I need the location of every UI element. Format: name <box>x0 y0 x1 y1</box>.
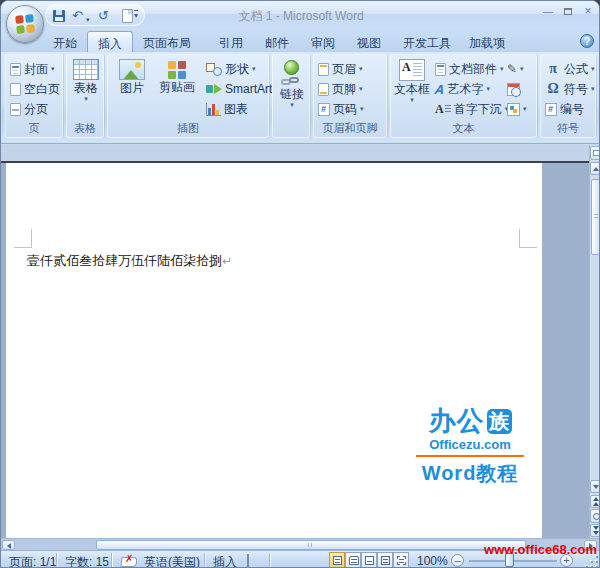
resize-grip[interactable] <box>586 556 598 568</box>
clipart-button[interactable]: 剪贴画 <box>154 58 200 120</box>
logo-text: 办公 <box>429 403 485 439</box>
group-illustrations: 图片 剪贴画 形状▾ SmartArt <box>107 54 269 138</box>
symbol-button[interactable]: Ω 符号▾ <box>545 80 595 98</box>
close-button[interactable]: × <box>581 6 595 18</box>
page-break-button[interactable]: 分页 <box>10 100 48 118</box>
tab-addins[interactable]: 加载项 <box>459 31 515 52</box>
dropdown-caret-icon: ▾ <box>393 96 431 104</box>
group-label-tables: 表格 <box>67 121 103 136</box>
signature-line-button[interactable]: ✎ ▾ <box>507 60 524 78</box>
group-label-pages: 页 <box>6 121 62 136</box>
dropdown-caret-icon: ▾ <box>359 65 363 73</box>
group-tables: 表格 ▾ 表格 <box>66 54 104 138</box>
margin-crop-mark-left <box>14 229 32 248</box>
blank-page-icon <box>10 83 21 96</box>
drop-cap-button[interactable]: A 首字下沉▾ <box>435 100 508 118</box>
chart-icon <box>206 103 221 116</box>
footer-button[interactable]: 页脚▾ <box>318 80 363 98</box>
title-bar: 文档 1 - Microsoft Word ↶ ▾ ↺ ▾ — × <box>1 1 600 29</box>
dropdown-caret-icon: ▾ <box>520 65 524 73</box>
links-button[interactable]: 链接 ▾ <box>272 58 312 120</box>
object-icon <box>507 103 520 116</box>
qat-customize-caret[interactable]: ▾ <box>134 10 138 20</box>
select-browse-object-button[interactable] <box>590 509 600 523</box>
logo-badge: 族 <box>487 409 512 434</box>
wordart-button[interactable]: A 艺术字▾ <box>435 80 490 98</box>
date-time-button[interactable] <box>507 80 520 98</box>
word-window: 文档 1 - Microsoft Word ↶ ▾ ↺ ▾ — × 开始 插入 … <box>0 0 600 568</box>
picture-button[interactable]: 图片 <box>112 58 152 120</box>
document-page[interactable]: 壹仟贰佰叁拾肆万伍仟陆佰柒拾捌↵ 办公 族 Officezu.com Word教… <box>6 163 542 538</box>
table-icon <box>73 59 99 80</box>
blank-page-button[interactable]: 空白页 <box>10 80 60 98</box>
office-button[interactable] <box>6 5 44 43</box>
new-document-icon[interactable] <box>122 9 133 23</box>
tab-view[interactable]: 视图 <box>347 31 391 52</box>
shapes-button[interactable]: 形状▾ <box>206 60 256 78</box>
vertical-scroll-thumb[interactable] <box>591 179 600 255</box>
number-icon: # <box>545 103 557 116</box>
quick-access-toolbar: ↶ ▾ ↺ <box>45 4 145 26</box>
browse-object-icon <box>593 513 600 520</box>
office68-watermark-url: www.office68.com <box>1 542 597 557</box>
logo-subtitle: Word教程 <box>414 460 526 487</box>
previous-page-button[interactable] <box>590 495 600 508</box>
scroll-up-button[interactable] <box>590 162 600 175</box>
undo-icon[interactable]: ↶ <box>72 8 83 23</box>
document-area: 壹仟贰佰叁拾肆万伍仟陆佰柒拾捌↵ 办公 族 Officezu.com Word教… <box>1 145 589 538</box>
equation-button[interactable]: π 公式▾ <box>545 60 595 78</box>
scroll-down-button[interactable] <box>590 480 600 493</box>
date-time-icon <box>507 83 520 96</box>
signature-pen-icon: ✎ <box>507 63 517 75</box>
dropdown-caret-icon: ▾ <box>252 65 256 73</box>
page-number-button[interactable]: # 页码▾ <box>318 100 364 118</box>
maximize-button[interactable] <box>561 6 575 18</box>
minimize-button[interactable]: — <box>541 6 555 18</box>
smartart-button[interactable]: SmartArt <box>206 80 272 98</box>
shapes-icon <box>206 62 222 76</box>
textbox-button[interactable]: A 文本框 ▾ <box>393 58 431 120</box>
group-header-footer: 页眉▾ 页脚▾ # 页码▾ 页眉和页脚 <box>313 54 387 138</box>
cover-page-button[interactable]: 封面▾ <box>10 60 55 78</box>
picture-icon <box>119 59 145 80</box>
footer-icon <box>318 83 329 96</box>
page-break-icon <box>10 103 21 116</box>
help-icon[interactable]: ? <box>580 34 594 48</box>
number-button[interactable]: # 编号 <box>545 100 584 118</box>
paragraph-mark: ↵ <box>222 254 232 268</box>
next-page-button[interactable] <box>590 524 600 537</box>
group-label-symbols: 符号 <box>541 121 595 136</box>
header-button[interactable]: 页眉▾ <box>318 60 363 78</box>
vertical-scrollbar[interactable] <box>589 145 600 538</box>
ribbon-tab-row: 开始 插入 页面布局 引用 邮件 审阅 视图 开发工具 加载项 ? <box>1 29 600 52</box>
down-arrow-icon <box>593 485 599 489</box>
tab-references[interactable]: 引用 <box>209 31 253 52</box>
object-button[interactable]: ▾ <box>507 100 527 118</box>
table-button[interactable]: 表格 ▾ <box>66 58 106 120</box>
dropdown-caret-icon: ▾ <box>591 65 595 73</box>
ruler-toggle-button[interactable] <box>590 146 600 160</box>
document-text[interactable]: 壹仟贰佰叁拾肆万伍仟陆佰柒拾捌↵ <box>27 252 232 270</box>
redo-icon[interactable]: ↺ <box>98 8 109 23</box>
tab-mailings[interactable]: 邮件 <box>255 31 299 52</box>
tab-home[interactable]: 开始 <box>43 31 87 52</box>
textbox-icon: A <box>399 59 425 81</box>
tab-page-layout[interactable]: 页面布局 <box>133 31 201 52</box>
tab-developer[interactable]: 开发工具 <box>393 31 461 52</box>
quick-parts-button[interactable]: 文档部件▾ <box>435 60 504 78</box>
ribbon: 封面▾ 空白页 分页 页 表格 ▾ 表格 图片 <box>1 52 600 144</box>
group-pages: 封面▾ 空白页 分页 页 <box>5 54 63 138</box>
tab-review[interactable]: 审阅 <box>301 31 345 52</box>
margin-crop-mark-right <box>519 229 537 248</box>
group-label-header-footer: 页眉和页脚 <box>314 121 386 136</box>
dropdown-caret-icon: ▾ <box>500 65 504 73</box>
group-text: A 文本框 ▾ 文档部件▾ A 艺术字▾ A 首字下沉▾ ✎ ▾ <box>390 54 537 138</box>
logo-url: Officezu.com <box>414 437 526 452</box>
undo-dropdown-caret[interactable]: ▾ <box>86 12 90 27</box>
clipart-icon <box>168 61 186 79</box>
smartart-icon <box>206 83 222 95</box>
tab-insert[interactable]: 插入 <box>87 31 133 52</box>
chart-button[interactable]: 图表 <box>206 100 248 118</box>
save-icon[interactable] <box>53 10 65 22</box>
dropdown-caret-icon: ▾ <box>360 105 364 113</box>
